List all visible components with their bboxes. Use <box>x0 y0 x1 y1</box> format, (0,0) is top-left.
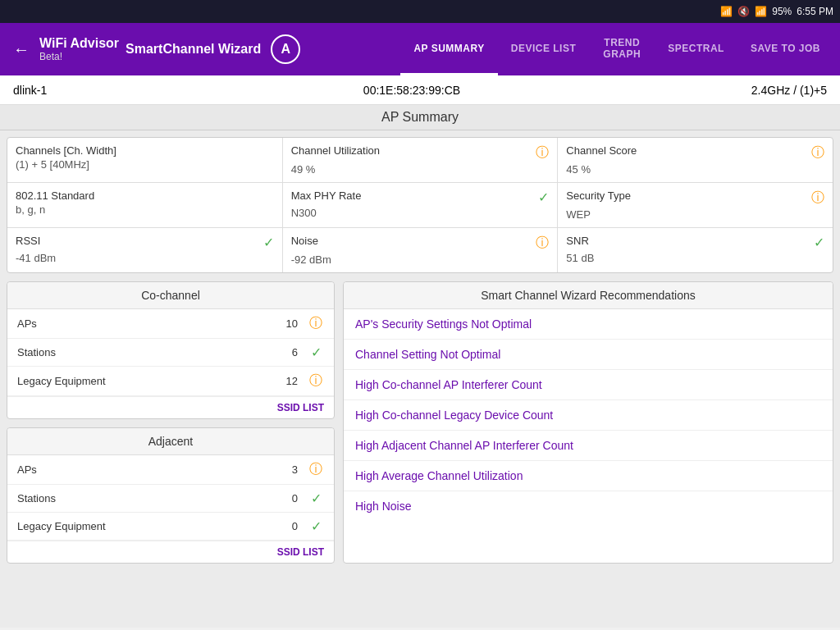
tab-device-list[interactable]: DEVICE LIST <box>498 23 590 75</box>
adjacent-stations-row: Stations 0 ✓ <box>7 485 334 513</box>
app-logo: A <box>271 34 300 64</box>
adjacent-panel: Adjacent APs 3 ⓘ Stations 0 ✓ Legacy Equ… <box>7 427 335 564</box>
cell-channel-utilization: Channel Utilization ⓘ 49 % <box>283 138 559 182</box>
rec-item-0[interactable]: AP's Security Settings Not Optimal <box>344 309 833 340</box>
tab-trend-graph[interactable]: TRENDGRAPH <box>589 23 655 75</box>
recommendations-panel: Smart Channel Wizard Recommendations AP'… <box>343 281 833 564</box>
cochannel-header: Co-channel <box>7 282 334 309</box>
cell-phy-rate: Max PHY Rate ✓ N300 <box>283 183 559 227</box>
device-name: dlink-1 <box>13 84 177 97</box>
adjacent-stations-check-icon: ✓ <box>308 491 324 506</box>
cochannel-legacy-warning-icon: ⓘ <box>308 372 324 390</box>
tab-ap-summary[interactable]: AP SUMMARY <box>400 23 497 75</box>
adjacent-ssid-list-link[interactable]: SSID LIST <box>7 541 334 563</box>
channel-panel: Co-channel APs 10 ⓘ Stations 6 ✓ Legacy … <box>7 281 335 564</box>
adjacent-aps-row: APs 3 ⓘ <box>7 455 334 485</box>
adjacent-header: Adjacent <box>7 428 334 455</box>
cell-standard: 802.11 Standard b, g, n <box>7 183 283 227</box>
cochannel-legacy-row: Legacy Equipment 12 ⓘ <box>7 367 334 396</box>
cochannel-panel: Co-channel APs 10 ⓘ Stations 6 ✓ Legacy … <box>7 281 335 419</box>
noise-warning-icon: ⓘ <box>536 235 549 252</box>
cochannel-aps-warning-icon: ⓘ <box>308 315 324 332</box>
ap-table-row-3: RSSI ✓ -41 dBm Noise ⓘ -92 dBm SNR ✓ 51 … <box>7 228 833 272</box>
adjacent-legacy-check-icon: ✓ <box>308 518 324 534</box>
signal-icon: 📶 <box>755 6 767 17</box>
security-warning-icon: ⓘ <box>811 189 824 207</box>
cochannel-stations-check-icon: ✓ <box>308 345 324 360</box>
bluetooth-icon: 📶 <box>720 6 733 17</box>
rec-item-3[interactable]: High Co-channel Legacy Device Count <box>344 400 833 431</box>
battery-level: 95% <box>772 6 792 17</box>
adjacent-aps-warning-icon: ⓘ <box>308 461 324 478</box>
back-button[interactable]: ← <box>7 34 36 66</box>
main-content: Channels [Ch. Width] (1) + 5 [40MHz] Cha… <box>0 130 840 628</box>
app-name: WiFi Advisor <box>39 36 119 51</box>
cell-snr: SNR ✓ 51 dB <box>558 228 833 272</box>
ap-table-row-2: 802.11 Standard b, g, n Max PHY Rate ✓ N… <box>7 183 833 228</box>
cell-noise: Noise ⓘ -92 dBm <box>283 228 559 272</box>
cochannel-ssid-list-link[interactable]: SSID LIST <box>7 396 334 418</box>
time-display: 6:55 PM <box>797 6 833 17</box>
bottom-panels: Co-channel APs 10 ⓘ Stations 6 ✓ Legacy … <box>7 281 833 564</box>
app-bar: ← WiFi Advisor Beta! SmartChannel Wizard… <box>0 23 840 75</box>
wizard-name: SmartChannel Wizard <box>126 42 261 57</box>
cell-channel-score: Channel Score ⓘ 45 % <box>558 138 833 182</box>
rec-item-1[interactable]: Channel Setting Not Optimal <box>344 340 833 370</box>
cell-security-type: Security Type ⓘ WEP <box>558 183 833 227</box>
app-title-group: WiFi Advisor Beta! <box>39 36 119 62</box>
recommendations-header: Smart Channel Wizard Recommendations <box>344 282 833 309</box>
cell-channels: Channels [Ch. Width] (1) + 5 [40MHz] <box>7 138 283 182</box>
mute-icon: 🔇 <box>737 6 750 17</box>
ap-summary-table: Channels [Ch. Width] (1) + 5 [40MHz] Cha… <box>7 137 833 273</box>
app-subtitle: Beta! <box>39 51 119 62</box>
recommendations-box: Smart Channel Wizard Recommendations AP'… <box>343 281 833 564</box>
phy-rate-check-icon: ✓ <box>538 189 549 205</box>
device-info-bar: dlink-1 00:1E:58:23:99:CB 2.4GHz / (1)+5 <box>0 75 840 105</box>
cell-rssi: RSSI ✓ -41 dBm <box>7 228 283 272</box>
channel-util-warning-icon: ⓘ <box>536 144 549 162</box>
ap-table-row-1: Channels [Ch. Width] (1) + 5 [40MHz] Cha… <box>7 138 833 183</box>
cochannel-stations-row: Stations 6 ✓ <box>7 339 334 367</box>
status-bar: 📶 🔇 📶 95% 6:55 PM <box>0 0 840 23</box>
channel-score-warning-icon: ⓘ <box>811 144 824 162</box>
device-band: 2.4GHz / (1)+5 <box>646 84 827 97</box>
rec-item-6[interactable]: High Noise <box>344 491 833 521</box>
snr-check-icon: ✓ <box>814 235 824 250</box>
rec-item-5[interactable]: High Average Channel Utilization <box>344 461 833 491</box>
adjacent-legacy-row: Legacy Equipment 0 ✓ <box>7 513 334 541</box>
tab-spectral[interactable]: SPECTRAL <box>655 23 737 75</box>
device-mac: 00:1E:58:23:99:CB <box>177 84 646 97</box>
nav-tabs: AP SUMMARY DEVICE LIST TRENDGRAPH SPECTR… <box>400 23 833 75</box>
tab-save-to-job[interactable]: SAVE TO JOB <box>737 23 833 75</box>
cochannel-aps-row: APs 10 ⓘ <box>7 309 334 339</box>
rssi-check-icon: ✓ <box>263 235 274 250</box>
page-title: AP Summary <box>0 105 840 130</box>
rec-item-4[interactable]: High Adjacent Channel AP Interferer Coun… <box>344 431 833 461</box>
rec-item-2[interactable]: High Co-channel AP Interferer Count <box>344 370 833 400</box>
